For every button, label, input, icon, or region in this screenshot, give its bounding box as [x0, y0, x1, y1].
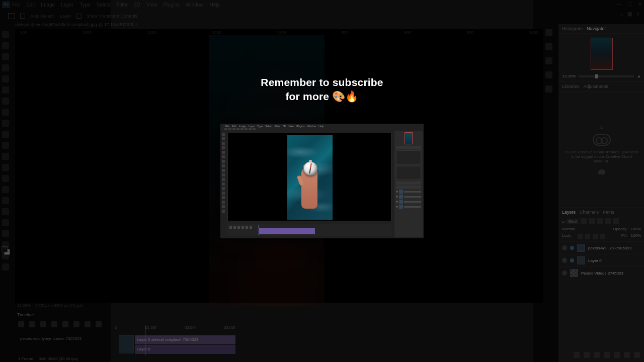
blur-tool[interactable] — [2, 175, 9, 182]
menu-filter[interactable]: Filter — [117, 2, 128, 8]
maximize-icon[interactable]: ☐ — [627, 1, 632, 7]
menu-select[interactable]: Select — [97, 2, 111, 8]
layer-row[interactable]: pexels-vol…ov-7305323 — [559, 241, 644, 254]
link-icon[interactable] — [574, 352, 580, 358]
layer-name[interactable]: pexels-vol…ov-7305323 — [588, 246, 631, 250]
fx-icon[interactable] — [584, 352, 590, 358]
transition-icon[interactable] — [96, 321, 102, 327]
menu-edit[interactable]: Edit — [26, 2, 35, 8]
fill-value[interactable]: 100% — [631, 233, 641, 240]
play-icon[interactable] — [40, 321, 46, 327]
gradients-panel-icon[interactable] — [545, 57, 552, 64]
type-tool[interactable] — [2, 208, 9, 215]
visibility-icon[interactable] — [562, 270, 567, 276]
home-icon[interactable] — [8, 13, 15, 19]
video-badge-icon — [570, 258, 574, 262]
move-tool[interactable] — [2, 31, 9, 38]
edit-toolbar[interactable] — [2, 263, 9, 270]
lasso-tool[interactable] — [2, 53, 9, 60]
menu-layer[interactable]: Layer — [61, 2, 73, 8]
filter-type-icon[interactable] — [597, 218, 603, 224]
layer-row[interactable]: Pexels Videos 3745023 — [559, 266, 644, 279]
clip-thumb[interactable] — [119, 335, 134, 353]
share-icon[interactable]: ⇪ — [636, 11, 640, 17]
inset-screenshot: File Edit Image Layer Type Select Filter… — [220, 124, 424, 238]
lock-pixels-icon[interactable] — [585, 234, 590, 239]
workspace-icon[interactable]: ▦ — [627, 11, 632, 17]
layer-name[interactable]: Pexels Videos 3745023 — [581, 271, 623, 276]
visibility-icon[interactable] — [562, 258, 567, 263]
close-icon[interactable]: ✕ — [638, 1, 642, 7]
marquee-tool[interactable] — [2, 42, 9, 49]
eraser-tool[interactable] — [2, 153, 9, 160]
path-select-tool[interactable] — [2, 219, 9, 226]
filter-kind[interactable]: Kind — [567, 219, 579, 224]
mute-icon[interactable] — [62, 321, 68, 327]
next-frame-icon[interactable] — [51, 321, 57, 327]
filter-shape-icon[interactable] — [605, 218, 611, 224]
tab-paths[interactable]: Paths — [603, 210, 614, 215]
trash-icon[interactable] — [634, 352, 640, 358]
adjustment-icon[interactable] — [604, 352, 610, 358]
brush-tool[interactable] — [2, 120, 9, 127]
color-panel-icon[interactable] — [545, 29, 552, 36]
timeline-ruler[interactable]: 0 01:00f 02:00f 03:00f — [115, 325, 538, 330]
opacity-value[interactable]: 100% — [631, 227, 641, 231]
settings-icon[interactable] — [73, 321, 79, 327]
navigator-thumb[interactable] — [591, 38, 613, 70]
lock-all-icon[interactable] — [600, 234, 605, 239]
video-badge-icon — [570, 246, 574, 250]
gradient-tool[interactable] — [2, 164, 9, 171]
history-brush-tool[interactable] — [2, 142, 9, 149]
dodge-tool[interactable] — [2, 186, 9, 193]
track-label[interactable]: pexels-volodymyr-ivanov-7305323 — [18, 335, 538, 342]
filter-smart-icon[interactable] — [613, 218, 619, 224]
timeline-clip[interactable]: Layer 0 — [135, 345, 235, 354]
transform-checkbox[interactable] — [76, 14, 82, 19]
search-icon[interactable]: ⌕ — [620, 11, 623, 17]
new-layer-icon[interactable] — [624, 352, 630, 358]
menu-window[interactable]: Window — [186, 2, 204, 8]
blend-mode[interactable]: Normal — [562, 227, 575, 231]
color-swatches[interactable] — [2, 246, 11, 255]
tab-histogram[interactable]: Histogram — [562, 26, 583, 31]
shape-tool[interactable] — [2, 230, 9, 237]
menu-image[interactable]: Image — [41, 2, 55, 8]
menu-view[interactable]: View — [146, 2, 157, 8]
pen-tool[interactable] — [2, 197, 9, 204]
tab-navigator[interactable]: Navigator — [587, 26, 606, 31]
tab-channels[interactable]: Channels — [580, 210, 599, 215]
playhead[interactable] — [145, 325, 145, 355]
split-icon[interactable] — [85, 321, 91, 327]
lock-pos-icon[interactable] — [593, 234, 598, 239]
go-start-icon[interactable] — [18, 321, 24, 327]
layer-name[interactable]: Layer 0 — [588, 258, 602, 263]
layer-row[interactable]: Layer 0 — [559, 254, 644, 266]
heal-tool[interactable] — [2, 109, 9, 116]
menu-help[interactable]: Help — [210, 2, 220, 8]
swatches-panel-icon[interactable] — [545, 43, 552, 50]
tab-layers[interactable]: Layers — [562, 210, 576, 215]
stamp-tool[interactable] — [2, 131, 9, 138]
minimize-icon[interactable]: — — [616, 1, 621, 7]
cloud-icon[interactable] — [598, 169, 605, 174]
wand-tool[interactable] — [2, 64, 9, 71]
mini-menubar: File Edit Image Layer Type Select Filter… — [225, 125, 324, 128]
menu-plugins[interactable]: Plugins — [163, 2, 180, 8]
menu-type[interactable]: Type — [79, 2, 91, 8]
visibility-icon[interactable] — [562, 245, 567, 250]
mini-menu: 3D — [283, 125, 286, 128]
foreground-swatch[interactable] — [2, 246, 8, 252]
filter-adjust-icon[interactable] — [589, 218, 595, 224]
document-tab[interactable]: aleksei-dzev-Anq8OuN8elk-unsplash.jpg @ … — [15, 22, 138, 27]
filter-pixel-icon[interactable] — [581, 218, 587, 224]
auto-select-target[interactable]: Layer — [60, 14, 71, 19]
group-icon[interactable] — [614, 352, 620, 358]
lock-trans-icon[interactable] — [578, 234, 583, 239]
menu-file[interactable]: File — [12, 2, 20, 8]
prev-frame-icon[interactable] — [29, 321, 35, 327]
timeline-clip[interactable]: Layer 0 aleksei-unsplash-7305323 — [135, 335, 235, 344]
mask-icon[interactable] — [594, 352, 600, 358]
auto-select-checkbox[interactable] — [20, 14, 25, 19]
menu-3d[interactable]: 3D — [134, 2, 140, 8]
